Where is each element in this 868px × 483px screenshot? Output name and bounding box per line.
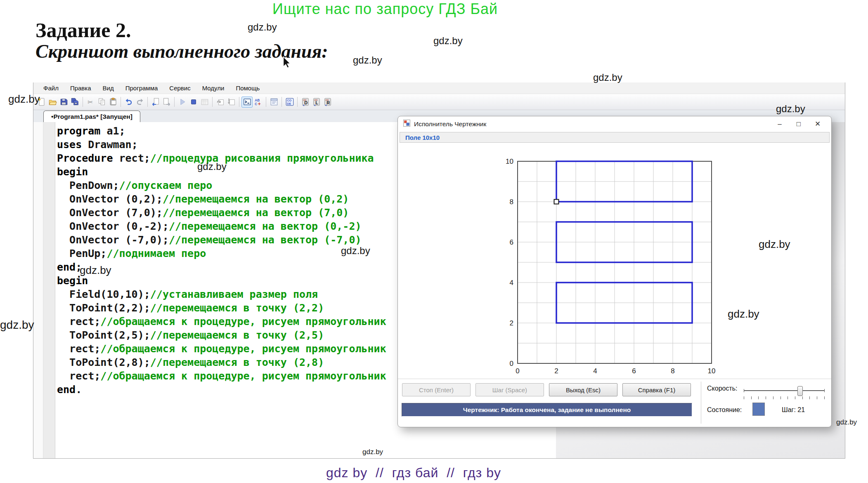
close-button[interactable]: ✕ [808, 120, 827, 128]
button-stop[interactable]: Стоп (Enter) [402, 383, 471, 396]
pen-marker [554, 200, 559, 204]
save-all-icon[interactable] [69, 97, 80, 108]
state-indicator [752, 403, 765, 416]
svg-text:C: C [255, 102, 257, 106]
goto-prev-icon[interactable] [150, 97, 161, 108]
panel-divider [701, 382, 701, 424]
step-counter: Шаг: 21 [782, 406, 805, 414]
code-line: end. [57, 383, 386, 396]
code-line: OnVector (0,2);//перемещаемся на вектор … [57, 192, 386, 206]
ide-menubar: ФайлПравкаВидПрограммаСервисМодулиПомощь [33, 82, 845, 94]
menu-item-файл[interactable]: Файл [38, 85, 64, 92]
undo-icon[interactable] [123, 97, 134, 108]
redo-icon[interactable] [134, 97, 145, 108]
speed-slider-track[interactable] [744, 390, 825, 391]
paste-icon[interactable] [107, 97, 118, 108]
code-line: PenDown;//опускаем перо [57, 179, 386, 192]
menu-item-модули[interactable]: Модули [196, 85, 230, 92]
drawman-app-icon [403, 120, 410, 128]
svg-text:10: 10 [506, 158, 513, 165]
button-step[interactable]: Шаг (Space) [475, 383, 544, 396]
speed-slider-thumb[interactable] [797, 386, 803, 396]
svg-text:✂: ✂ [88, 99, 93, 106]
maximize-button[interactable]: □ [789, 120, 808, 128]
page: Ищите нас по запросу ГДЗ Бай Задание 2. … [0, 0, 868, 483]
watch-icon[interactable] [199, 97, 210, 108]
save-icon[interactable] [58, 97, 69, 108]
svg-text:L: L [315, 100, 318, 105]
goto-next-icon[interactable] [161, 97, 172, 108]
button-exit[interactable]: Выход (Esc) [549, 383, 617, 396]
drawing-field: 10864200246810 [501, 151, 720, 380]
cut-icon[interactable]: ✂ [85, 97, 96, 108]
speed-label: Скорость: [707, 385, 738, 392]
minimize-button[interactable]: – [770, 120, 789, 128]
gdzby-watermark: gdz.by [836, 418, 857, 426]
copy-icon[interactable] [96, 97, 107, 108]
toolbar-separator [212, 97, 213, 107]
state-label: Состояние: [707, 406, 742, 414]
toolbar-separator [174, 97, 175, 107]
svg-text:10: 10 [708, 367, 716, 375]
menu-item-вид[interactable]: Вид [97, 85, 120, 92]
code-line: ToPoint(2,2);//перемещаемся в точку (2,2… [57, 301, 386, 315]
code-line: ToPoint(2,5);//перемещаемся в точку (2,5… [57, 328, 386, 342]
svg-text:6: 6 [632, 367, 636, 375]
open-folder-icon[interactable] [47, 97, 58, 108]
pas-d-icon[interactable]: pasD [300, 97, 311, 108]
toolbar-separator [147, 97, 148, 107]
status-bar: Чертежник: Работа окончена, задание не в… [402, 403, 692, 417]
stop-icon[interactable] [188, 97, 199, 108]
speed-slider-ticks [744, 396, 825, 399]
drawman-titlebar[interactable]: Исполнитель Чертежник – □ ✕ [398, 116, 831, 132]
code-line: PenUp;//поднимаем перо [57, 247, 386, 260]
code-templates-icon[interactable]: CODE [284, 97, 295, 108]
svg-text:4: 4 [593, 367, 597, 375]
toolbar-separator [281, 97, 282, 107]
gdzby-watermark: gdz.by [593, 72, 622, 83]
menu-item-правка[interactable]: Правка [64, 85, 97, 92]
svg-text:2: 2 [510, 319, 513, 327]
pas-r-icon[interactable]: pasR [322, 97, 333, 108]
gdzby-watermark: gdz.by [8, 93, 40, 106]
toolbar-separator [83, 97, 83, 107]
gdzby-watermark: gdz.by [341, 245, 370, 257]
code-line: rect;//обращаемся к процедуре, рисуем пр… [57, 315, 386, 328]
mouse-cursor-icon [283, 56, 291, 70]
code-line: rect;//обращаемся к процедуре, рисуем пр… [57, 342, 386, 356]
toolbar-separator [121, 97, 121, 107]
gdzby-watermark: gdz.by [248, 21, 277, 33]
pas-l-icon[interactable]: pasL [311, 97, 322, 108]
gdzby-watermark: gdz.by [353, 54, 382, 66]
svg-text:DE: DE [287, 102, 291, 106]
drawman-control-panel: Скорость: Чертежник: Работа окончена, за… [398, 379, 831, 427]
gdzby-watermark: gdz.by [728, 308, 759, 320]
code-line: OnVector (-7,0);//перемещаемся на вектор… [57, 233, 386, 247]
editor-left-margin [33, 122, 43, 458]
code-line: uses Drawman; [57, 138, 386, 151]
console-icon[interactable] [241, 97, 253, 108]
menu-item-помощь[interactable]: Помощь [230, 85, 265, 92]
footer-text: gdz by // гдз бай // гдз by [326, 465, 501, 481]
menu-item-сервис[interactable]: Сервис [163, 85, 196, 92]
code-line: Field(10,10);//устанавливаем размер поля [57, 287, 386, 301]
svg-text:4: 4 [510, 279, 513, 287]
code-line: rect;//обращаемся к процедуре, рисуем пр… [57, 369, 386, 383]
tab-program1[interactable]: •Program1.pas* [Запущен] [43, 111, 140, 123]
code-line: OnVector (0,-2);//перемещаемся на вектор… [57, 219, 386, 233]
top-banner-text: Ищите нас по запросу ГДЗ Бай [272, 0, 498, 18]
gdzby-watermark: gdz.by [0, 318, 34, 332]
step-over-icon[interactable] [215, 97, 226, 108]
form-designer-icon[interactable] [268, 97, 279, 108]
svg-text:8: 8 [671, 367, 674, 375]
gdzby-watermark: gdz.by [362, 448, 383, 456]
button-help[interactable]: Справка (F1) [622, 383, 691, 396]
menu-item-программа[interactable]: Программа [120, 85, 164, 92]
toolbar-separator [297, 97, 298, 107]
step-into-icon[interactable] [226, 97, 237, 108]
abc-plus-icon[interactable]: ABC+ [253, 97, 264, 108]
field-size-label: Поле 10x10 [405, 134, 440, 141]
toolbar-separator [239, 97, 239, 107]
run-icon[interactable] [177, 97, 188, 108]
drawman-window-title: Исполнитель Чертежник [414, 120, 486, 128]
